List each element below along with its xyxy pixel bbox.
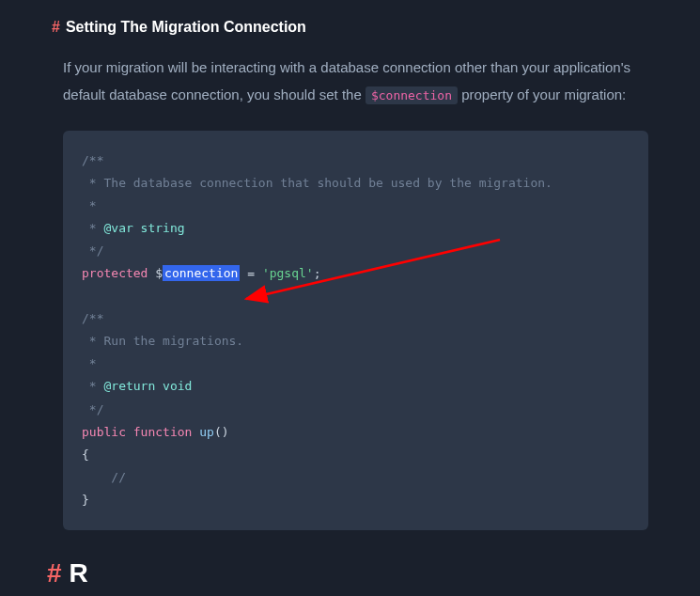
code-line: * — [82, 379, 103, 393]
section-paragraph: If your migration will be interacting wi… — [63, 55, 648, 108]
code-dollar: $ — [148, 266, 163, 280]
hash-icon[interactable]: # — [52, 19, 60, 35]
code-line: /** — [82, 311, 103, 325]
code-punct: ; — [314, 266, 321, 280]
code-keyword: function — [126, 425, 199, 439]
code-block: /** * The database connection that shoul… — [63, 131, 648, 530]
code-func: up — [199, 425, 214, 439]
code-line: * The database connection that should be… — [82, 176, 552, 190]
code-punct: () — [214, 425, 229, 439]
code-line: */ — [82, 402, 103, 416]
code-line: { — [82, 447, 89, 462]
code-line: * — [82, 356, 97, 370]
hash-icon[interactable]: # — [47, 558, 62, 588]
code-doctag: @var string — [103, 221, 184, 235]
code-line: } — [82, 493, 89, 507]
code-doctag: @return void — [103, 379, 192, 393]
next-heading-partial: R — [70, 558, 88, 588]
code-line: // — [82, 470, 126, 484]
next-section-heading: #R — [47, 558, 648, 588]
code-string: 'pgsql' — [262, 266, 314, 280]
code-punct: = — [240, 266, 261, 280]
code-line: /** — [82, 153, 103, 167]
code-line: */ — [82, 243, 103, 258]
code-keyword: public — [82, 425, 126, 439]
code-highlighted-connection: connection — [163, 265, 240, 281]
code-line: * — [82, 198, 97, 212]
code-line: * Run the migrations. — [82, 334, 243, 348]
code-keyword: protected — [82, 266, 148, 280]
heading-text: Setting The Migration Connection — [66, 19, 306, 35]
inline-code-connection: $connection — [366, 86, 458, 104]
paragraph-part2: property of your migration: — [458, 86, 626, 102]
section-heading: #Setting The Migration Connection — [52, 19, 648, 36]
code-line: * — [82, 221, 103, 235]
